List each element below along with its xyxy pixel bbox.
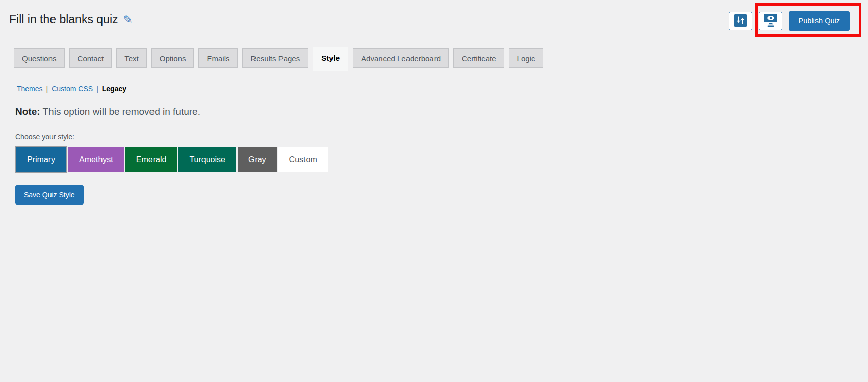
import-export-button[interactable] — [729, 12, 752, 30]
subnav-separator: | — [46, 85, 48, 93]
tab-options[interactable]: Options — [151, 48, 194, 68]
save-quiz-style-button[interactable]: Save Quiz Style — [15, 185, 84, 205]
style-options-row: Primary Amethyst Emerald Turquoise Gray … — [15, 147, 854, 172]
style-option-custom[interactable]: Custom — [278, 147, 328, 172]
subnav-custom-css[interactable]: Custom CSS — [52, 85, 93, 93]
style-subnav: Themes|Custom CSS|Legacy — [17, 85, 854, 93]
page-title: Fill in the blanks quiz ✎ — [9, 11, 854, 28]
tab-advanced-leaderboard[interactable]: Advanced Leaderboard — [353, 48, 449, 68]
style-option-primary[interactable]: Primary — [15, 146, 67, 173]
style-option-gray[interactable]: Gray — [238, 147, 277, 172]
style-option-turquoise[interactable]: Turquoise — [178, 147, 236, 172]
subnav-legacy[interactable]: Legacy — [102, 85, 126, 93]
tab-certificate[interactable]: Certificate — [453, 48, 504, 68]
subnav-separator: | — [96, 85, 98, 93]
edit-pencil-icon[interactable]: ✎ — [123, 14, 133, 26]
legacy-note: Note: This option will be removed in fut… — [15, 106, 854, 117]
choose-style-label: Choose your style: — [15, 133, 854, 141]
subnav-themes[interactable]: Themes — [17, 85, 43, 93]
screen-preview-icon — [763, 13, 778, 29]
tab-emails[interactable]: Emails — [198, 48, 238, 68]
style-option-emerald[interactable]: Emerald — [125, 147, 177, 172]
publish-quiz-button[interactable]: Publish Quiz — [789, 11, 850, 31]
tab-questions[interactable]: Questions — [14, 48, 65, 68]
style-option-amethyst[interactable]: Amethyst — [68, 147, 124, 172]
tab-text[interactable]: Text — [116, 48, 147, 68]
note-prefix: Note: — [15, 106, 40, 117]
quiz-title-text: Fill in the blanks quiz — [9, 11, 118, 28]
quiz-editor-page: Fill in the blanks quiz ✎ — [0, 0, 868, 205]
tab-bar: Questions Contact Text Options Emails Re… — [14, 47, 854, 71]
tab-logic[interactable]: Logic — [509, 48, 544, 68]
header: Fill in the blanks quiz ✎ — [9, 11, 854, 28]
tab-style[interactable]: Style — [313, 47, 348, 71]
header-actions: Publish Quiz — [729, 11, 850, 31]
tab-contact[interactable]: Contact — [69, 48, 112, 68]
preview-quiz-button[interactable] — [759, 12, 782, 30]
import-export-icon — [733, 13, 748, 29]
note-text: This option will be removed in future. — [43, 106, 200, 117]
tab-results-pages[interactable]: Results Pages — [242, 48, 308, 68]
